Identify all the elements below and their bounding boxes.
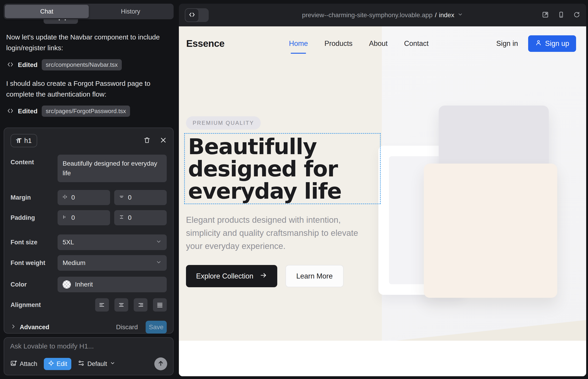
sliders-icon	[78, 360, 85, 368]
file-chip[interactable]: src/pages/ForgotPassword.tsx	[42, 106, 130, 117]
selected-element-tag[interactable]: TT h1	[11, 134, 37, 147]
browser-window: preview--charming-site-symphony.lovable.…	[179, 4, 586, 376]
chevron-down-icon	[110, 360, 115, 367]
color-swatch	[62, 280, 71, 289]
code-icon	[188, 11, 195, 19]
color-select[interactable]: Inherit	[58, 277, 167, 292]
arrow-right-icon	[260, 272, 267, 281]
edited-label: Edited	[18, 61, 38, 69]
edit-mode-button[interactable]: Edit	[44, 358, 72, 370]
code-preview-toggle[interactable]	[185, 8, 209, 22]
nav-link-contact[interactable]: Contact	[404, 39, 429, 48]
chat-input[interactable]	[10, 342, 167, 350]
font-weight-select[interactable]: Medium	[58, 255, 167, 271]
margin-label: Margin	[11, 194, 58, 201]
attach-button[interactable]: Attach	[10, 360, 37, 368]
tab-history[interactable]: History	[89, 5, 173, 18]
url-domain: preview--charming-site-symphony.lovable.…	[302, 12, 433, 19]
margin-horizontal-icon	[62, 194, 68, 201]
color-label: Color	[11, 281, 58, 288]
chevron-down-icon	[156, 238, 162, 246]
site-navbar: Essence Home Products About Contact Sign…	[179, 26, 586, 61]
margin-x-input[interactable]: 0	[58, 190, 110, 205]
content-label: Content	[11, 159, 58, 166]
browser-topbar: preview--charming-site-symphony.lovable.…	[179, 4, 586, 26]
open-external-icon[interactable]	[542, 11, 549, 19]
advanced-toggle[interactable]: Advanced	[11, 324, 49, 331]
learn-more-button[interactable]: Learn More	[286, 265, 343, 287]
file-chip[interactable]: src/components/Navbar.tsx	[42, 59, 122, 70]
chat-sidebar: Chat History Now let's update the Navbar…	[0, 0, 178, 379]
chevron-down-icon	[458, 12, 463, 19]
nav-link-about[interactable]: About	[369, 39, 387, 48]
margin-vertical-icon	[119, 194, 124, 201]
site-lower-section	[179, 341, 586, 376]
signup-button[interactable]: Sign up	[528, 35, 576, 52]
hero-image-card-beige	[424, 164, 557, 298]
explore-collection-button[interactable]: Explore Collection	[186, 265, 277, 287]
code-view-button[interactable]	[185, 8, 199, 22]
hero-paragraph: Elegant products designed with intention…	[186, 213, 370, 253]
assistant-message: Now let's update the Navbar component to…	[6, 32, 162, 53]
url-page: index	[439, 12, 454, 19]
font-weight-label: Font weight	[11, 259, 58, 267]
padding-horizontal-icon	[62, 214, 68, 221]
nav-link-home[interactable]: Home	[289, 39, 308, 48]
target-icon	[48, 360, 54, 368]
refresh-icon[interactable]	[573, 11, 580, 19]
typography-icon: TT	[16, 137, 22, 144]
url-bar: preview--charming-site-symphony.lovable.…	[179, 12, 586, 19]
nav-link-products[interactable]: Products	[325, 39, 353, 48]
code-icon	[7, 61, 14, 69]
align-center-button[interactable]	[114, 298, 128, 312]
padding-vertical-icon	[119, 214, 124, 221]
tag-name: h1	[24, 137, 32, 144]
send-button[interactable]	[154, 357, 167, 370]
hero-section: Essence Home Products About Contact Sign…	[179, 26, 586, 341]
padding-label: Padding	[11, 214, 58, 221]
chevron-down-icon	[156, 259, 162, 267]
attach-image-icon	[10, 360, 17, 368]
premium-quality-badge: PREMIUM QUALITY	[186, 116, 261, 130]
save-button[interactable]: Save	[146, 321, 167, 333]
app-root: Chat History Now let's update the Navbar…	[0, 0, 588, 379]
padding-y-input[interactable]: 0	[114, 210, 167, 225]
align-left-button[interactable]	[95, 298, 109, 312]
delete-element-button[interactable]	[143, 137, 151, 145]
model-selector[interactable]: Default	[78, 360, 115, 368]
close-editor-button[interactable]	[160, 137, 167, 144]
tab-chat[interactable]: Chat	[5, 5, 89, 18]
mobile-view-icon[interactable]	[558, 11, 565, 19]
arrow-up-icon	[157, 360, 164, 368]
hero-heading[interactable]: Beautifully designed for everyday life	[188, 136, 341, 202]
site-content: Essence Home Products About Contact Sign…	[179, 26, 586, 376]
assistant-message: I should also create a Forgot Password p…	[6, 78, 162, 100]
signin-link[interactable]: Sign in	[496, 39, 518, 48]
edited-label: Edited	[18, 108, 38, 115]
chevron-right-icon	[11, 324, 16, 331]
margin-y-input[interactable]: 0	[114, 190, 167, 205]
user-icon	[535, 39, 542, 48]
padding-x-input[interactable]: 0	[58, 210, 110, 225]
preview-pane: preview--charming-site-symphony.lovable.…	[178, 0, 588, 379]
chat-composer: Attach Edit Default	[4, 337, 174, 375]
align-right-button[interactable]	[134, 298, 147, 312]
code-icon	[7, 107, 14, 115]
selected-element-outline[interactable]: Beautifully designed for everyday life	[184, 133, 381, 204]
edited-file-row[interactable]: Edited src/components/Navbar.tsx	[7, 59, 122, 70]
font-size-label: Font size	[11, 239, 58, 246]
discard-button[interactable]: Discard	[116, 323, 138, 331]
element-editor-panel: TT h1 Content Beautifully designed for e…	[4, 127, 174, 333]
alignment-label: Alignment	[11, 301, 58, 309]
align-justify-button[interactable]	[153, 298, 167, 312]
site-logo[interactable]: Essence	[186, 38, 225, 49]
content-input[interactable]: Beautifully designed for everyday life	[58, 155, 167, 182]
chat-history-tabs: Chat History	[4, 4, 174, 19]
font-size-select[interactable]: 5XL	[58, 235, 167, 250]
edited-file-row[interactable]: Edited src/pages/ForgotPassword.tsx	[7, 106, 130, 117]
